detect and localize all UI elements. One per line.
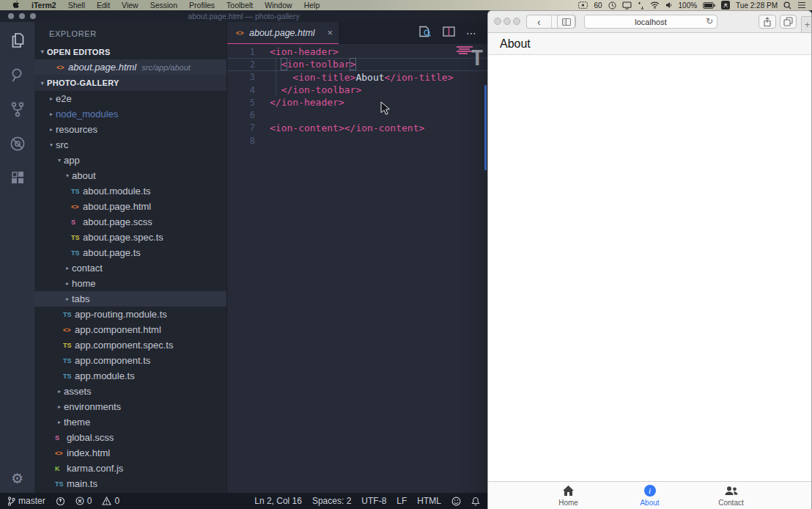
code-line-3[interactable]: 3 <ion-title>About</ion-title> (227, 71, 487, 84)
menubar-clock[interactable]: Tue 2:28 PM (736, 1, 778, 10)
tree-file-karma.conf.js[interactable]: Kkarma.conf.js (34, 461, 226, 476)
eol-sequence[interactable]: LF (396, 496, 407, 506)
code-line-8[interactable]: 8 (227, 134, 487, 147)
minimize-window-button[interactable] (503, 18, 511, 25)
tree-folder-node_modules[interactable]: ▸node_modules (34, 106, 226, 122)
indentation[interactable]: Spaces: 2 (312, 496, 351, 506)
tree-file-app.module.ts[interactable]: TSapp.module.ts (34, 368, 226, 384)
tree-folder-app[interactable]: ▾app (34, 153, 226, 168)
battery-percent[interactable]: 100% (679, 1, 698, 10)
activity-extensions-icon[interactable] (9, 169, 26, 187)
tab-overview-button[interactable] (780, 15, 797, 29)
activity-files-icon[interactable] (9, 32, 26, 49)
tree-file-app-routing.module.ts[interactable]: TSapp-routing.module.ts (34, 307, 226, 322)
tree-file-about.page.scss[interactable]: Sabout.page.scss (34, 214, 226, 230)
close-window-button[interactable] (494, 18, 501, 25)
new-tab-button[interactable]: + (801, 16, 812, 33)
tree-file-about.module.ts[interactable]: TSabout.module.ts (34, 183, 226, 199)
menu-item-iterm2[interactable]: iTerm2 (26, 1, 62, 10)
menu-item-toolbelt[interactable]: Toolbelt (221, 1, 259, 10)
code-line-1[interactable]: 1<ion-header> (227, 45, 487, 58)
tree-file-index.html[interactable]: <>index.html (34, 445, 226, 461)
encoding[interactable]: UTF-8 (361, 496, 386, 506)
minimize-window-button[interactable] (19, 13, 25, 19)
activity-debug-icon[interactable] (9, 135, 26, 153)
notification-center-icon[interactable] (797, 1, 806, 9)
code-line-6[interactable]: 6 (227, 109, 487, 121)
error-count[interactable]: 0 (75, 496, 92, 506)
menu-item-edit[interactable]: Edit (91, 1, 116, 10)
display-icon[interactable] (622, 1, 632, 10)
tree-folder-contact[interactable]: ▸contact (34, 260, 226, 276)
notifications[interactable] (471, 497, 480, 506)
app-tab-about[interactable]: iAbout (609, 482, 690, 509)
fps-meter[interactable]: 60 (594, 1, 602, 10)
close-tab-icon[interactable]: × (327, 27, 333, 38)
spotlight-icon[interactable] (783, 1, 791, 10)
tree-folder-theme[interactable]: ▸theme (34, 414, 226, 430)
menu-item-session[interactable]: Session (144, 1, 183, 10)
screen-record-icon[interactable] (578, 1, 588, 9)
app-tab-contact[interactable]: Contact (690, 482, 772, 509)
cursor-position[interactable]: Ln 2, Col 16 (254, 496, 302, 506)
tree-folder-resources[interactable]: ▸resources (34, 122, 226, 137)
activity-source-control-icon[interactable] (9, 100, 26, 118)
menu-item-window[interactable]: Window (259, 1, 298, 10)
tree-folder-assets[interactable]: ▸assets (34, 384, 226, 399)
updown-arrows-icon[interactable] (638, 1, 644, 10)
app-tab-home[interactable]: Home (528, 482, 609, 509)
language-mode[interactable]: HTML (417, 496, 441, 506)
tree-file-app.component.html[interactable]: <>app.component.html (34, 322, 226, 337)
tree-folder-tabs[interactable]: ▸tabs (34, 291, 226, 307)
tree-folder-about[interactable]: ▾about (34, 168, 226, 183)
battery-icon[interactable] (703, 2, 715, 9)
wifi-icon[interactable] (650, 1, 660, 9)
menu-item-profiles[interactable]: Profiles (183, 1, 221, 10)
tree-file-about.page.spec.ts[interactable]: TSabout.page.spec.ts (34, 230, 226, 245)
tree-folder-src[interactable]: ▾src (34, 137, 226, 153)
menu-item-view[interactable]: View (116, 1, 144, 10)
tree-file-main.ts[interactable]: TSmain.ts (34, 476, 226, 491)
tree-file-about.page.html[interactable]: <>about.page.html (34, 199, 226, 214)
tree-folder-environments[interactable]: ▸environments (34, 399, 226, 414)
more-actions-icon[interactable]: ⋯ (466, 27, 477, 39)
clock-icon[interactable] (608, 1, 616, 10)
open-preview-search-icon[interactable] (418, 26, 432, 40)
tree-file-about.page.ts[interactable]: TSabout.page.ts (34, 245, 226, 260)
code-line-5[interactable]: 5</ion-header> (227, 96, 487, 109)
zoom-window-button[interactable] (30, 13, 36, 19)
input-source-icon[interactable] (721, 1, 730, 10)
project-root-folder[interactable]: ▾ PHOTO-GALLERY (34, 75, 226, 91)
menu-item-shell[interactable]: Shell (62, 1, 91, 10)
zoom-window-button[interactable] (513, 18, 520, 25)
split-editor-icon[interactable] (443, 26, 455, 40)
share-button[interactable] (759, 15, 776, 29)
tree-folder-e2e[interactable]: ▸e2e (34, 91, 226, 106)
activity-search-icon[interactable] (9, 66, 26, 84)
tree-file-app.component.ts[interactable]: TSapp.component.ts (34, 353, 226, 368)
settings-gear-icon[interactable]: ⚙ (11, 470, 23, 487)
feedback[interactable] (451, 497, 461, 506)
tree-file-global.scss[interactable]: Sglobal.scss (34, 430, 226, 445)
warning-count[interactable]: 0 (102, 496, 119, 506)
tab-about-page-html[interactable]: <> about.page.html × (227, 22, 339, 44)
address-bar[interactable]: localhost ↻ (584, 15, 717, 29)
apple-menu-icon[interactable] (6, 0, 26, 10)
code-editor[interactable]: 1<ion-header>2 <ion-toolbar>3 <ion-title… (227, 44, 487, 493)
volume-icon[interactable] (665, 1, 673, 9)
open-editors-header[interactable]: ▾ OPEN EDITORS (34, 44, 226, 59)
sync[interactable] (56, 497, 65, 506)
git-branch[interactable]: master (7, 496, 45, 506)
reload-icon[interactable]: ↻ (706, 16, 713, 26)
sidebar-toggle-button[interactable] (557, 15, 575, 29)
scrollbar[interactable] (484, 85, 487, 170)
close-window-button[interactable] (8, 13, 14, 19)
back-button[interactable]: ‹ (527, 15, 551, 28)
tree-folder-home[interactable]: ▸home (34, 276, 226, 291)
code-line-4[interactable]: 4 </ion-toolbar> (227, 84, 487, 96)
code-line-2[interactable]: 2 <ion-toolbar> (227, 58, 487, 70)
open-editor-item[interactable]: <> about.page.html src/app/about (34, 59, 226, 75)
code-line-7[interactable]: 7<ion-content></ion-content> (227, 122, 487, 134)
tree-file-app.component.spec.ts[interactable]: TSapp.component.spec.ts (34, 337, 226, 353)
menu-item-help[interactable]: Help (298, 1, 326, 10)
